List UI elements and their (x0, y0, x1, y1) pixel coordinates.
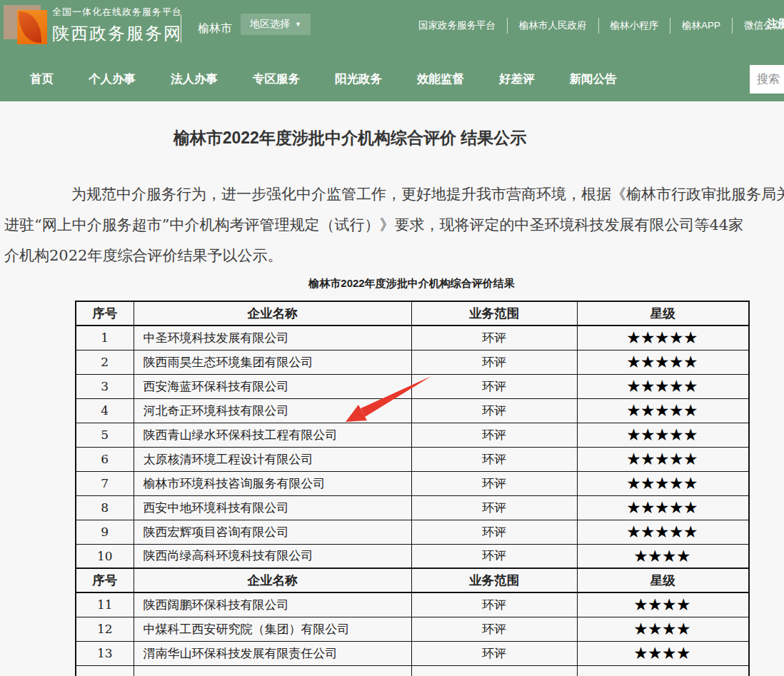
cell-no: 1 (76, 326, 134, 350)
article-paragraph: 为规范中介服务行为，进一步强化中介监管工作，更好地提升我市营商环境，根据《榆林市… (0, 179, 784, 271)
top-link[interactable]: 榆林小程序 (599, 18, 671, 34)
table-row-partial (76, 665, 749, 676)
paragraph-line: 介机构2022年度综合评价结果予以公示。 (0, 241, 784, 271)
cell-stars: ★★★★★ (577, 520, 749, 544)
cell-company: 中圣环境科技发展有限公司 (134, 326, 411, 350)
cell-stars: ★★★★★ (577, 374, 749, 398)
cell-no: 13 (76, 641, 134, 665)
cell-no: 2 (76, 350, 134, 374)
cell-no: 8 (76, 495, 134, 520)
table-caption: 榆林市2022年度涉批中介机构综合评价结果 (75, 277, 748, 291)
eval-table-body: 序号企业名称业务范围星级1中圣环境科技发展有限公司环评★★★★★2陕西雨昊生态环… (76, 301, 749, 676)
top-links: 国家政务服务平台榆林市人民政府榆林小程序榆林APP微信公众号 (407, 18, 784, 34)
brand-block: 全国一体化在线政务服务平台 陕西政务服务网 (52, 6, 182, 45)
cell-company: 西安海蓝环保科技有限公司 (134, 374, 411, 398)
header-cell: 星级 (577, 568, 749, 592)
nav-item[interactable]: 专区服务 (253, 71, 300, 87)
cell-no: 4 (76, 398, 134, 423)
nav-item[interactable]: 好差评 (499, 71, 535, 87)
nav-item[interactable]: 个人办事 (89, 71, 136, 87)
cell-company: 河北奇正环境科技有限公司 (134, 398, 411, 423)
table-row: 12中煤科工西安研究院（集团）有限公司环评★★★★ (76, 617, 749, 641)
cell (76, 665, 134, 676)
cell (411, 665, 577, 676)
cell-scope: 环评 (411, 471, 577, 495)
top-link[interactable]: 国家政务服务平台 (407, 18, 508, 34)
cell-no: 3 (76, 374, 134, 398)
nav-item[interactable]: 首页 (30, 71, 54, 87)
cell-scope: 环评 (411, 495, 577, 520)
cell-stars: ★★★★★ (577, 423, 749, 447)
top-link[interactable]: 榆林APP (670, 18, 733, 34)
top-header: 全国一体化在线政务服务平台 陕西政务服务网 榆林市 地区选择 ▼ 国家政务服务平… (0, 0, 784, 57)
cell-scope: 环评 (411, 592, 577, 617)
cell-stars: ★★★★ (577, 592, 749, 617)
site-name: 陕西政务服务网 (52, 22, 182, 45)
nav-item[interactable]: 新闻公告 (570, 71, 617, 87)
header-divider (181, 14, 181, 43)
cell-company: 陕西尚绿高科环境科技有限公司 (134, 544, 411, 568)
cell-scope: 环评 (411, 544, 577, 568)
table-row: 8西安中地环境科技有限公司环评★★★★★ (76, 495, 749, 520)
cell-company: 陕西宏辉项目咨询有限公司 (134, 520, 411, 544)
cell-company: 渭南华山环保科技发展有限责任公司 (134, 641, 411, 665)
search-input[interactable] (750, 65, 784, 94)
cell-company: 太原核清环境工程设计有限公司 (134, 447, 411, 471)
nav-list: 首页个人办事法人办事专区服务阳光政务效能监督好差评新闻公告 (0, 57, 784, 101)
table-row: 10陕西尚绿高科环境科技有限公司环评★★★★ (76, 544, 749, 568)
cell-company: 中煤科工西安研究院（集团）有限公司 (134, 617, 411, 641)
table-row: 1中圣环境科技发展有限公司环评★★★★★ (76, 326, 749, 350)
cell-company: 榆林市环境科技咨询服务有限公司 (134, 471, 411, 495)
cell-scope: 环评 (411, 423, 577, 447)
table-header-row: 序号企业名称业务范围星级 (76, 301, 749, 326)
cell-scope: 环评 (411, 326, 577, 350)
region-select-button[interactable]: 地区选择 ▼ (241, 14, 311, 35)
header-cell: 序号 (76, 568, 134, 592)
top-link[interactable]: 榆林市人民政府 (508, 18, 599, 34)
current-city-label: 榆林市 (198, 21, 232, 36)
paragraph-line: 进驻“网上中介服务超市”中介机构考评管理规定（试行）》要求，现将评定的中圣环境科… (0, 210, 784, 241)
cell-scope: 环评 (411, 617, 577, 641)
cell-scope: 环评 (411, 447, 577, 471)
table-row: 11陕西阔鹏环保科技有限公司环评★★★★ (76, 592, 749, 617)
header-cell: 业务范围 (411, 568, 577, 592)
cell (134, 665, 411, 676)
platform-tagline: 全国一体化在线政务服务平台 (52, 6, 182, 19)
table-row: 9陕西宏辉项目咨询有限公司环评★★★★★ (76, 520, 749, 544)
cell-stars: ★★★★★ (577, 398, 749, 423)
table-row: 6太原核清环境工程设计有限公司环评★★★★★ (76, 447, 749, 471)
cell-no: 11 (76, 592, 134, 617)
main-nav: 首页个人办事法人办事专区服务阳光政务效能监督好差评新闻公告 (0, 57, 784, 101)
nav-item[interactable]: 法人办事 (171, 71, 218, 87)
nav-item[interactable]: 效能监督 (417, 71, 464, 87)
table-row: 13渭南华山环保科技发展有限责任公司环评★★★★ (76, 641, 749, 665)
header-cell: 序号 (76, 301, 134, 326)
register-link[interactable]: 注册 (767, 17, 784, 31)
table-row: 3西安海蓝环保科技有限公司环评★★★★★ (76, 374, 749, 398)
cell-scope: 环评 (411, 520, 577, 544)
cell-scope: 环评 (411, 398, 577, 423)
cell-no: 7 (76, 471, 134, 495)
cell-no: 9 (76, 520, 134, 544)
cell-company: 陕西阔鹏环保科技有限公司 (134, 592, 411, 617)
nav-item[interactable]: 阳光政务 (335, 71, 382, 87)
cell-stars: ★★★★ (577, 617, 749, 641)
header-cell: 业务范围 (411, 301, 577, 326)
cell-no: 6 (76, 447, 134, 471)
table-row: 7榆林市环境科技咨询服务有限公司环评★★★★★ (76, 471, 749, 495)
cell (577, 665, 749, 676)
cell-stars: ★★★★★ (577, 495, 749, 520)
cell-scope: 环评 (411, 374, 577, 398)
cell-no: 10 (76, 544, 134, 568)
site-logo-icon (4, 5, 59, 54)
cell-company: 西安中地环境科技有限公司 (134, 495, 411, 520)
cell-scope: 环评 (411, 641, 577, 665)
cell-scope: 环评 (411, 350, 577, 374)
table-row: 4河北奇正环境科技有限公司环评★★★★★ (76, 398, 749, 423)
cell-company: 陕西青山绿水环保科技工程有限公司 (134, 423, 411, 447)
evaluation-table: 序号企业名称业务范围星级1中圣环境科技发展有限公司环评★★★★★2陕西雨昊生态环… (75, 301, 750, 676)
page-title: 榆林市2022年度涉批中介机构综合评价 结果公示 (0, 127, 700, 149)
cell-stars: ★★★★★ (577, 350, 749, 374)
table-header-row: 序号企业名称业务范围星级 (76, 568, 749, 592)
table-row: 5陕西青山绿水环保科技工程有限公司环评★★★★★ (76, 423, 749, 447)
